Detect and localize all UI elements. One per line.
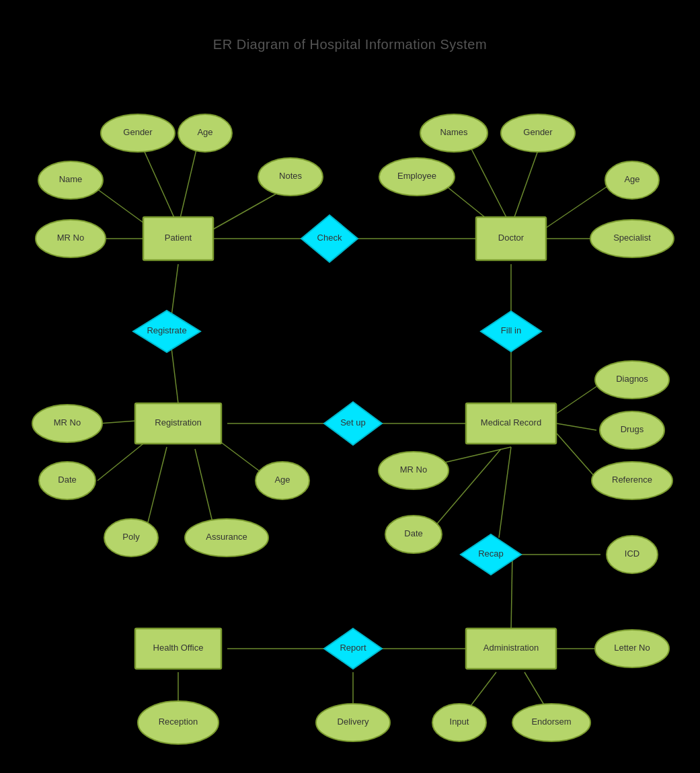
node-patient: Patient (143, 217, 213, 260)
svg-text:Date: Date (58, 475, 76, 485)
svg-text:Age: Age (274, 475, 290, 485)
svg-line-30 (511, 555, 512, 630)
svg-text:MR No: MR No (57, 233, 84, 243)
node-endorsem: Endorsem (512, 704, 590, 741)
node-doctor-gender: Gender (501, 114, 575, 152)
svg-text:Date: Date (404, 528, 422, 538)
node-reg-poly: Poly (104, 519, 158, 557)
svg-text:Poly: Poly (122, 532, 140, 542)
svg-text:Gender: Gender (123, 127, 153, 137)
node-registration: Registration (135, 403, 221, 444)
svg-text:Employee: Employee (397, 171, 436, 181)
svg-text:Recap: Recap (478, 548, 504, 559)
svg-line-1 (178, 141, 198, 227)
node-doctor: Doctor (476, 217, 546, 260)
svg-text:Reception: Reception (159, 717, 198, 727)
node-doctor-age: Age (605, 161, 659, 199)
svg-line-21 (195, 449, 214, 528)
svg-text:Input: Input (450, 717, 469, 727)
svg-line-6 (511, 141, 541, 227)
svg-line-0 (141, 145, 178, 227)
svg-text:Diagnos: Diagnos (616, 374, 648, 384)
svg-line-23 (557, 386, 596, 413)
svg-text:Specialist: Specialist (613, 233, 651, 243)
svg-text:Fill in: Fill in (501, 325, 521, 335)
svg-line-5 (467, 141, 511, 227)
node-letter-no: Letter No (595, 630, 669, 667)
svg-text:ICD: ICD (625, 548, 639, 559)
svg-text:Names: Names (440, 127, 468, 137)
svg-line-24 (557, 423, 596, 430)
node-delivery: Delivery (316, 704, 390, 741)
node-check: Check (301, 215, 358, 262)
svg-text:Health Office: Health Office (153, 643, 204, 653)
node-mr-diagnos: Diagnos (595, 361, 669, 399)
svg-text:MR No: MR No (400, 464, 427, 475)
svg-text:Age: Age (197, 127, 212, 137)
svg-line-20 (147, 447, 167, 528)
node-patient-gender: Gender (101, 114, 175, 152)
svg-text:Set up: Set up (340, 417, 366, 428)
node-reception: Reception (138, 701, 219, 744)
node-medical-record: Medical Record (466, 403, 556, 444)
svg-line-12 (171, 264, 178, 316)
node-recap-icd: ICD (607, 536, 658, 573)
svg-line-28 (499, 447, 511, 538)
svg-text:Age: Age (624, 174, 639, 184)
svg-line-35 (471, 672, 496, 706)
node-fill-in: Fill in (481, 311, 541, 352)
node-patient-mrno: MR No (36, 220, 106, 257)
node-doctor-names: Names (420, 114, 488, 152)
svg-text:Drugs: Drugs (621, 424, 644, 434)
node-registrate: Registrate (133, 311, 200, 352)
svg-line-7 (538, 187, 607, 233)
svg-text:Endorsem: Endorsem (531, 717, 571, 727)
svg-text:Patient: Patient (165, 233, 192, 243)
node-set-up: Set up (324, 402, 382, 445)
node-patient-age: Age (178, 114, 232, 152)
svg-text:Notes: Notes (279, 171, 302, 181)
node-administration: Administration (466, 628, 556, 669)
node-doctor-specialist: Specialist (590, 220, 674, 257)
node-mr-date: Date (385, 516, 442, 553)
svg-text:Administration: Administration (483, 643, 539, 653)
svg-text:Name: Name (59, 174, 83, 184)
node-patient-name: Name (38, 161, 103, 199)
node-health-office: Health Office (135, 628, 221, 669)
svg-text:Check: Check (317, 233, 342, 243)
node-reg-date: Date (39, 462, 95, 499)
node-reg-assurance: Assurance (185, 519, 268, 557)
node-reg-age: Age (256, 462, 309, 499)
node-doctor-employee: Employee (379, 158, 455, 196)
svg-text:Report: Report (340, 643, 366, 653)
node-reg-mrno: MR No (32, 405, 102, 442)
svg-text:Registration: Registration (155, 417, 201, 428)
node-mr-mrno: MR No (379, 452, 449, 489)
svg-text:Doctor: Doctor (498, 233, 524, 243)
svg-text:Registrate: Registrate (147, 325, 186, 335)
er-diagram: .er-line { stroke: #6b8a2e; stroke-width… (0, 0, 700, 773)
svg-text:MR No: MR No (54, 417, 81, 428)
svg-line-13 (171, 348, 178, 403)
svg-text:Delivery: Delivery (338, 717, 369, 727)
svg-text:Reference: Reference (612, 475, 652, 485)
node-patient-notes: Notes (258, 158, 323, 196)
svg-line-3 (208, 190, 282, 232)
node-mr-drugs: Drugs (600, 411, 664, 449)
svg-line-25 (557, 434, 596, 479)
svg-text:Medical Record: Medical Record (481, 417, 541, 428)
node-mr-reference: Reference (592, 462, 672, 499)
svg-text:Letter No: Letter No (614, 643, 650, 653)
svg-line-36 (524, 672, 545, 706)
node-report: Report (324, 628, 382, 669)
diagram-container: ER Diagram of Hospital Information Syste… (0, 0, 700, 773)
node-input: Input (432, 704, 486, 741)
svg-text:Assurance: Assurance (206, 532, 247, 542)
svg-text:Gender: Gender (523, 127, 553, 137)
